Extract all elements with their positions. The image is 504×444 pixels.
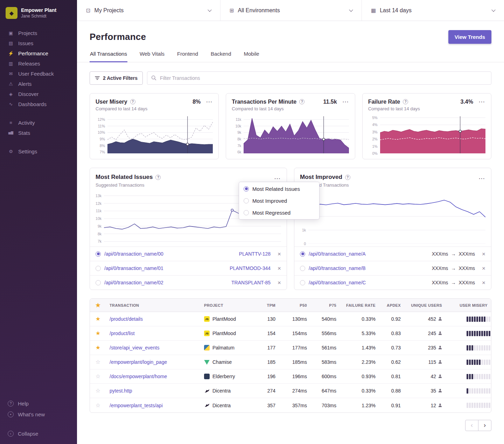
menu-option-most-regressed[interactable]: Most Regressed: [239, 207, 319, 218]
user-misery-bars: [446, 317, 491, 322]
help-circle-icon[interactable]: ?: [403, 99, 408, 104]
transaction-radio[interactable]: [300, 251, 305, 257]
sidebar-item-help[interactable]: ?Help: [0, 398, 77, 409]
help-circle-icon[interactable]: ?: [299, 99, 304, 104]
star-toggle[interactable]: ★: [90, 316, 106, 322]
tab-all-transactions[interactable]: All Transactions: [90, 47, 127, 62]
tab-mobile[interactable]: Mobile: [243, 47, 259, 62]
sidebar-item-releases[interactable]: ▥Releases: [0, 58, 77, 69]
sidebar-item-alerts[interactable]: ⚠Alerts: [0, 79, 77, 89]
remove-transaction-button[interactable]: ×: [278, 280, 281, 286]
help-circle-icon[interactable]: ?: [155, 175, 161, 180]
ellipsis-menu-icon[interactable]: ⋯: [478, 98, 485, 105]
tab-web-vitals[interactable]: Web Vitals: [139, 47, 165, 62]
ellipsis-menu-icon[interactable]: ⋯: [342, 98, 349, 105]
next-page-button[interactable]: ›: [478, 420, 491, 431]
org-switcher[interactable]: ◆ Empower Plant Jane Schmidt: [0, 4, 77, 20]
misery-bar: [467, 345, 468, 351]
view-trends-button[interactable]: View Trends: [448, 30, 491, 44]
misery-bar: [474, 403, 476, 408]
menu-option-most-related-issues[interactable]: Most Related Issues: [239, 183, 319, 195]
sidebar-item-dashboards[interactable]: ∿Dashboards: [0, 99, 77, 109]
failure-rate-value: 1.43%: [340, 345, 379, 351]
transaction-link[interactable]: /api/0/transaction_name/00: [104, 251, 236, 257]
card-menu-button[interactable]: ⋯: [274, 175, 281, 182]
transaction-link[interactable]: /product/list: [110, 331, 135, 336]
remove-transaction-button[interactable]: ×: [482, 280, 485, 286]
sidebar-item-performance[interactable]: ⚡Performance: [0, 48, 77, 58]
user-misery-bars: [446, 360, 491, 365]
user-name: Jane Schmidt: [21, 14, 56, 19]
remove-transaction-button[interactable]: ×: [482, 251, 485, 257]
star-toggle[interactable]: ★: [90, 345, 106, 351]
tab-backend[interactable]: Backend: [210, 47, 231, 62]
table-row: ★/product/listJSPlantMood154154ms556ms5.…: [90, 326, 491, 341]
transaction-radio[interactable]: [244, 198, 249, 203]
help-circle-icon[interactable]: ?: [130, 99, 135, 104]
sidebar-item-settings[interactable]: ⚙Settings: [0, 146, 77, 157]
transaction-radio[interactable]: [96, 280, 101, 285]
remove-transaction-button[interactable]: ×: [278, 265, 281, 271]
ellipsis-menu-icon[interactable]: ⋯: [206, 98, 213, 105]
misery-bar: [479, 317, 481, 322]
sidebar-item-user-feedback[interactable]: ✉User Feedback: [0, 69, 77, 79]
sidebar-item-whats-new[interactable]: •What's new: [0, 409, 77, 420]
table-row: ★/store/api_view_eventsPalmatum177177ms5…: [90, 341, 491, 355]
sidebar-item-stats[interactable]: ▅▇Stats: [0, 128, 77, 138]
remove-transaction-button[interactable]: ×: [278, 251, 281, 257]
issue-link[interactable]: PLANTMOOD-344: [230, 265, 271, 271]
misery-bar: [479, 388, 481, 394]
sidebar-item-activity[interactable]: ≡Activity: [0, 118, 77, 128]
help-circle-icon[interactable]: ?: [345, 175, 350, 180]
transaction-link[interactable]: /empowerplant/login_page: [110, 359, 167, 365]
y-tick-label: 2%: [372, 137, 377, 141]
transaction-link[interactable]: /api/0/transaction_name/01: [104, 265, 226, 271]
transaction-link[interactable]: pytest.http: [110, 388, 132, 394]
transaction-link[interactable]: /empowerplant_tests/api: [110, 403, 163, 408]
star-toggle[interactable]: ☆: [90, 374, 106, 379]
transaction-link[interactable]: /api/0/transaction_name/A: [309, 251, 428, 257]
user-icon: [438, 331, 442, 336]
previous-page-button[interactable]: ‹: [465, 420, 478, 431]
sidebar-item-projects[interactable]: ▣Projects: [0, 28, 77, 38]
transaction-radio[interactable]: [244, 186, 249, 192]
sidebar-item-issues[interactable]: ▤Issues: [0, 38, 77, 48]
active-filters-button[interactable]: 2 Active Filters: [90, 71, 143, 85]
tab-frontend[interactable]: Frontend: [177, 47, 198, 62]
duration-after: XXXms: [458, 265, 475, 271]
collapse-icon: ‹: [8, 431, 14, 437]
star-toggle[interactable]: ☆: [90, 359, 106, 365]
transaction-radio[interactable]: [96, 251, 101, 257]
misery-bar: [476, 374, 478, 379]
issue-link[interactable]: TRANSPLANT-85: [231, 280, 271, 285]
transaction-link[interactable]: /api/0/transaction_name/C: [309, 280, 428, 285]
sidebar-item-label: Releases: [18, 61, 40, 67]
transaction-radio[interactable]: [300, 280, 305, 285]
p75-value: 540ms: [310, 316, 340, 322]
transaction-link[interactable]: /store/api_view_events: [110, 345, 159, 351]
search-input[interactable]: [147, 71, 491, 85]
star-toggle[interactable]: ★: [90, 331, 106, 336]
most-improved-chart: [308, 192, 485, 244]
issue-link[interactable]: PLANTTV-128: [239, 251, 271, 257]
sidebar-item-collapse[interactable]: ‹Collapse: [0, 428, 77, 439]
transaction-link[interactable]: /product/details: [110, 316, 143, 322]
transaction-radio[interactable]: [300, 266, 305, 271]
transaction-radio[interactable]: [96, 266, 101, 271]
project-selector[interactable]: ⊡ My Projects: [77, 0, 220, 21]
transaction-list: /api/0/transaction_name/00PLANTTV-128×/a…: [90, 247, 287, 290]
menu-option-most-improved[interactable]: Most Improved: [239, 195, 319, 207]
star-toggle[interactable]: ☆: [90, 388, 106, 394]
star-toggle[interactable]: ☆: [90, 403, 106, 408]
transaction-link[interactable]: /api/0/transaction_name/B: [309, 265, 428, 271]
p75-value: 556ms: [310, 331, 340, 336]
transaction-link[interactable]: /docs/empowerplant/home: [110, 374, 167, 379]
environment-selector[interactable]: ⊞ All Environments: [220, 0, 362, 21]
sidebar-item-discover[interactable]: ◈Discover: [0, 89, 77, 99]
remove-transaction-button[interactable]: ×: [482, 265, 485, 271]
transaction-link[interactable]: /api/0/transaction_name/02: [104, 280, 228, 285]
card-menu-button[interactable]: ⋯: [478, 175, 485, 182]
chart-area: 2k1k0: [294, 188, 491, 247]
transaction-radio[interactable]: [244, 210, 249, 215]
date-range-selector[interactable]: ▦ Last 14 days: [362, 0, 504, 21]
